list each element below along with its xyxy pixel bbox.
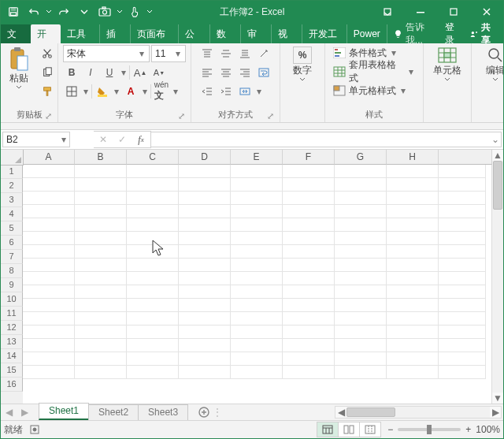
font-size-input[interactable]: 11▾ [151,45,186,62]
cell[interactable] [439,312,486,326]
increase-indent-icon[interactable] [217,83,235,100]
cell[interactable] [335,326,387,339]
cell[interactable] [335,205,387,218]
vertical-scrollbar[interactable]: ▲ ▼ [491,150,503,404]
column-header[interactable]: D [179,150,231,165]
cell[interactable] [127,232,179,245]
cell[interactable] [387,339,439,352]
cell[interactable] [335,285,387,299]
cell[interactable] [75,245,127,259]
wrap-text-icon[interactable] [255,64,272,81]
cell[interactable] [439,245,486,259]
dialog-launcher-icon[interactable]: ⤢ [176,111,186,121]
cell[interactable] [387,205,439,218]
view-normal-icon[interactable] [317,422,339,437]
tab-toolbox[interactable]: 工具箱 [61,24,100,43]
column-header[interactable]: B [75,150,127,165]
cell[interactable] [335,192,387,205]
qat-customize-icon[interactable] [75,2,94,21]
cell[interactable] [335,339,387,352]
cell[interactable] [179,352,231,366]
cell[interactable] [127,339,179,352]
zoom-out-button[interactable]: − [387,424,393,435]
cell[interactable] [23,339,75,352]
cell[interactable] [179,272,231,285]
cell[interactable] [23,259,75,272]
cell[interactable] [179,312,231,326]
cell[interactable] [127,205,179,218]
cell[interactable] [439,339,486,352]
maximize-icon[interactable] [437,1,470,23]
cell[interactable] [439,165,486,178]
cell[interactable] [335,272,387,285]
row-header[interactable]: 1 [1,165,23,179]
font-color-icon[interactable]: A [122,83,139,100]
row-header[interactable]: 8 [1,264,23,278]
cell[interactable] [23,205,75,218]
cell[interactable] [231,272,283,285]
scroll-up-icon[interactable]: ▲ [492,150,503,161]
tab-insert[interactable]: 插入 [100,24,131,43]
cell[interactable] [179,285,231,299]
align-top-icon[interactable] [198,45,216,62]
cell[interactable] [283,259,335,272]
row-header[interactable]: 4 [1,207,23,221]
cell[interactable] [387,259,439,272]
column-header[interactable]: A [23,150,75,165]
cell[interactable] [231,299,283,312]
chevron-down-icon[interactable]: ▾ [120,67,128,78]
cell[interactable] [439,285,486,299]
sheet-tab-2[interactable]: Sheet2 [88,404,139,420]
cell[interactable] [75,366,127,379]
zoom-slider[interactable] [398,428,461,431]
cell[interactable] [179,366,231,379]
cell[interactable] [23,312,75,326]
minimize-icon[interactable] [404,1,437,23]
cell[interactable] [23,178,75,192]
hscroll-thumb[interactable] [346,407,395,417]
cell[interactable] [231,192,283,205]
fx-icon[interactable]: fx [132,132,150,147]
column-header[interactable]: F [283,150,335,165]
cell[interactable] [335,299,387,312]
row-header[interactable]: 9 [1,278,23,292]
tab-home[interactable]: 开始 [31,24,61,43]
cell[interactable] [335,165,387,178]
tab-data[interactable]: 数据 [210,24,241,43]
cell[interactable] [439,299,486,312]
cell[interactable] [283,232,335,245]
tell-me[interactable]: 告诉我... [387,24,445,43]
cell[interactable] [439,272,486,285]
cell[interactable] [75,218,127,232]
cell[interactable] [75,232,127,245]
phonetic-icon[interactable]: wén文 [153,83,170,100]
new-sheet-button[interactable] [195,405,213,419]
scroll-left-icon[interactable]: ◀ [335,407,346,418]
cell[interactable] [335,312,387,326]
cancel-formula-icon[interactable]: ✕ [94,132,113,147]
cell[interactable] [387,285,439,299]
cell[interactable] [231,285,283,299]
cell[interactable] [387,192,439,205]
cell[interactable] [179,326,231,339]
cell[interactable] [127,312,179,326]
align-bottom-icon[interactable] [236,45,254,62]
chevron-down-icon[interactable]: ▾ [113,86,120,97]
cell[interactable] [231,366,283,379]
cell[interactable] [335,366,387,379]
name-box[interactable]: B2▾ [2,132,70,147]
cell[interactable] [231,312,283,326]
cell[interactable] [283,312,335,326]
font-name-input[interactable]: 宋体▾ [63,45,150,62]
cell[interactable] [439,178,486,192]
cell[interactable] [179,245,231,259]
cell[interactable] [335,352,387,366]
undo-dropdown-icon[interactable] [45,9,53,15]
cell[interactable] [335,178,387,192]
cell[interactable] [387,326,439,339]
undo-icon[interactable] [24,2,43,21]
column-header[interactable]: G [335,150,387,165]
tab-review[interactable]: 审阅 [241,24,272,43]
cell[interactable] [23,272,75,285]
cell[interactable] [283,245,335,259]
